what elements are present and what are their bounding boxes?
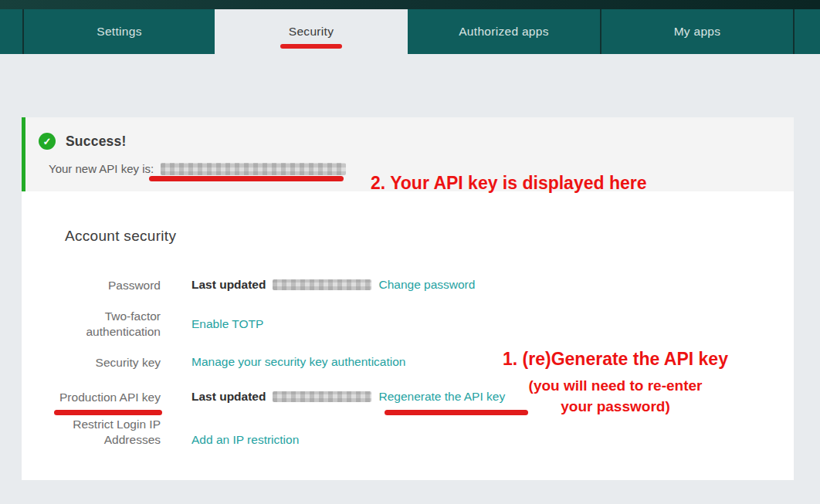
- tab-authorized-apps-label: Authorized apps: [459, 25, 549, 39]
- row-restrict-ip: Restrict Login IP Addresses Add an IP re…: [46, 417, 780, 447]
- row-restrict-ip-label: Restrict Login IP Addresses: [46, 417, 161, 447]
- row-security-key-label: Security key: [46, 355, 161, 370]
- annotation-underline-production-api-key: [54, 410, 162, 415]
- success-check-icon: ✓: [39, 133, 56, 150]
- row-two-factor-label: Two-factor authentication: [46, 309, 161, 339]
- tab-bar: Settings Security Authorized apps My app…: [0, 9, 820, 54]
- row-password: Password Last updated Change password: [46, 278, 780, 293]
- tab-my-apps-label: My apps: [674, 25, 721, 39]
- annotation-underline-api-key: [149, 176, 344, 181]
- top-bar: [0, 0, 820, 9]
- annotation-underline-security-tab: [280, 44, 342, 49]
- row-password-label: Password: [46, 278, 161, 293]
- tab-edge-right[interactable]: [793, 9, 820, 54]
- redacted-api-key-date: [273, 391, 371, 402]
- tab-settings-label: Settings: [97, 25, 141, 39]
- manage-security-key-link[interactable]: Manage your security key authentication: [191, 355, 405, 369]
- tab-security-label: Security: [289, 25, 334, 39]
- annotation-step-2: 2. Your API key is displayed here: [371, 173, 647, 194]
- tab-edge-left[interactable]: [0, 9, 22, 54]
- tab-authorized-apps[interactable]: Authorized apps: [408, 9, 600, 54]
- annotation-step-1: 1. (re)Generate the API key (you will ne…: [469, 348, 761, 417]
- annotation-step-1-sub2: your password): [469, 396, 761, 417]
- row-two-factor: Two-factor authentication Enable TOTP: [46, 309, 780, 339]
- redacted-api-key: [161, 163, 346, 175]
- account-security-card: Account security Password Last updated C…: [22, 191, 794, 480]
- annotation-step-1-title: 1. (re)Generate the API key: [469, 348, 761, 370]
- redacted-password-date: [273, 279, 371, 290]
- row-production-api-key-label: Production API key: [46, 390, 161, 405]
- api-key-last-updated: Last updated: [191, 390, 266, 404]
- success-title: Success!: [66, 134, 126, 150]
- annotation-step-1-sub1: (you will need to re-enter: [469, 375, 761, 396]
- api-key-message: Your new API key is:: [49, 162, 154, 175]
- card-heading: Account security: [65, 228, 176, 245]
- add-ip-restriction-link[interactable]: Add an IP restriction: [191, 433, 299, 447]
- tab-my-apps[interactable]: My apps: [600, 9, 793, 54]
- change-password-link[interactable]: Change password: [378, 278, 475, 292]
- enable-totp-link[interactable]: Enable TOTP: [191, 317, 263, 331]
- tab-security[interactable]: Security: [215, 9, 408, 54]
- tab-settings[interactable]: Settings: [22, 9, 215, 54]
- password-last-updated: Last updated: [191, 278, 266, 292]
